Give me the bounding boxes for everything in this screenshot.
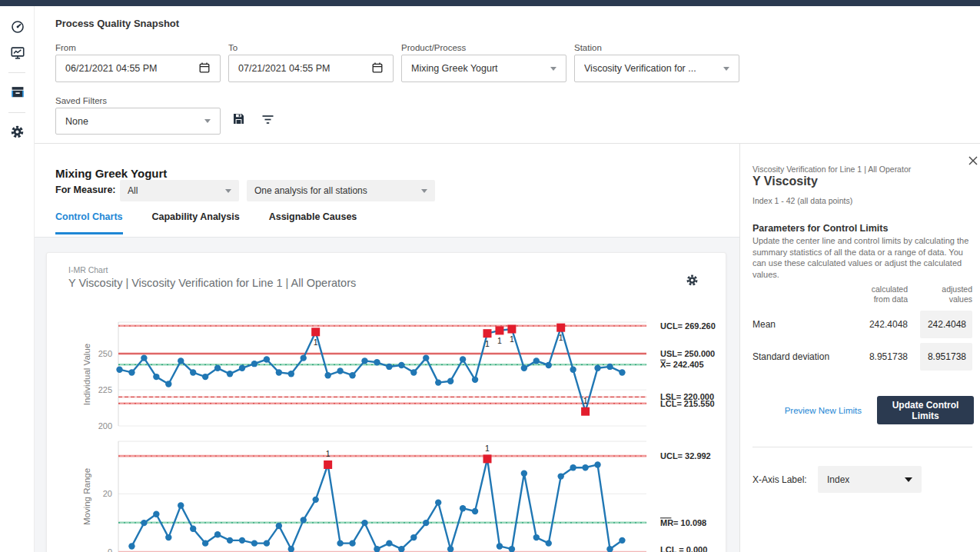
sidebar-item-settings[interactable] bbox=[0, 120, 35, 146]
sidebar-divider bbox=[8, 112, 25, 113]
save-filter-button[interactable] bbox=[231, 112, 246, 128]
mean-calculated-value: 242.4048 bbox=[831, 319, 908, 330]
svg-text:X= 242.405: X= 242.405 bbox=[660, 360, 704, 369]
control-limits-panel: Viscosity Verification for Line 1 | All … bbox=[739, 144, 980, 552]
close-icon bbox=[968, 155, 978, 168]
svg-text:USL= 250.000: USL= 250.000 bbox=[660, 349, 715, 358]
preview-new-limits-link[interactable]: Preview New Limits bbox=[780, 405, 866, 416]
chevron-down-icon bbox=[723, 67, 729, 71]
stddev-calculated-value: 8.951738 bbox=[831, 351, 908, 362]
panel-subtitle: Viscosity Verification for Line 1 | All … bbox=[752, 165, 911, 174]
measure-dropdown[interactable]: All bbox=[120, 180, 239, 201]
sidebar-item-data-archive-active[interactable] bbox=[0, 80, 35, 106]
gauge-icon bbox=[11, 20, 25, 36]
to-calendar-button[interactable] bbox=[370, 62, 384, 75]
filter-button[interactable] bbox=[260, 113, 275, 128]
panel-divider bbox=[752, 447, 972, 447]
tab-assignable-causes[interactable]: Assignable Causes bbox=[269, 211, 357, 234]
measure-value: All bbox=[128, 185, 225, 196]
params-title: Parameters for Control Limits bbox=[752, 223, 888, 234]
svg-text:Individual Value: Individual Value bbox=[82, 344, 91, 405]
svg-text:LCL= 215.550: LCL= 215.550 bbox=[660, 399, 715, 408]
svg-text:20: 20 bbox=[103, 489, 112, 498]
station-dropdown[interactable]: Viscosity Verification for ... bbox=[574, 55, 739, 82]
from-calendar-button[interactable] bbox=[198, 62, 211, 75]
calendar-icon bbox=[372, 62, 383, 75]
monitor-chart-icon bbox=[11, 46, 25, 62]
svg-text:200: 200 bbox=[98, 421, 112, 431]
tab-control-charts[interactable]: Control Charts bbox=[55, 211, 123, 234]
product-process-value: Mixing Greek Yogurt bbox=[411, 63, 550, 74]
stddev-adjusted-input[interactable] bbox=[920, 343, 972, 371]
main-content: Mixing Greek Yogurt For Measure: All One… bbox=[35, 144, 739, 552]
gear-icon bbox=[10, 125, 25, 141]
svg-text:1: 1 bbox=[583, 396, 588, 405]
sidebar-item-dashboard[interactable] bbox=[0, 15, 35, 41]
svg-text:LCL = 0.000: LCL = 0.000 bbox=[660, 545, 707, 552]
chevron-down-icon bbox=[204, 119, 211, 123]
tab-bar: Control Charts Capability Analysis Assig… bbox=[55, 211, 357, 234]
params-description: Update the center line and control limit… bbox=[752, 235, 974, 280]
panel-actions: Preview New Limits Update Control Limits bbox=[740, 396, 974, 424]
product-process-label: Product/Process bbox=[401, 43, 466, 52]
from-label: From bbox=[55, 43, 76, 52]
chart-title: Y Viscosity | Viscosity Verification for… bbox=[68, 277, 356, 289]
svg-text:1: 1 bbox=[497, 336, 502, 345]
xaxis-dropdown[interactable]: Index bbox=[818, 466, 922, 493]
to-label: To bbox=[228, 43, 238, 52]
saved-filters-value: None bbox=[65, 116, 204, 127]
svg-text:Moving Range: Moving Range bbox=[82, 468, 91, 525]
svg-text:UCL= 32.992: UCL= 32.992 bbox=[660, 451, 711, 461]
sidebar-divider bbox=[8, 72, 25, 73]
station-value: Viscosity Verification for ... bbox=[584, 63, 723, 74]
svg-text:1: 1 bbox=[314, 338, 318, 347]
app-window: Process Quality Snapshot From To Product… bbox=[0, 0, 980, 552]
for-measure-label: For Measure: bbox=[55, 185, 116, 195]
svg-text:1: 1 bbox=[485, 444, 490, 453]
chevron-down-icon bbox=[550, 67, 556, 71]
tab-capability-analysis[interactable]: Capability Analysis bbox=[152, 211, 240, 234]
chart-settings-button[interactable] bbox=[683, 273, 700, 290]
gear-icon bbox=[686, 274, 699, 289]
analysis-mode-value: One analysis for all stations bbox=[254, 185, 421, 196]
analysis-mode-dropdown[interactable]: One analysis for all stations bbox=[247, 180, 435, 201]
svg-text:250: 250 bbox=[98, 349, 112, 358]
top-bar bbox=[0, 0, 980, 6]
xaxis-value: Index bbox=[827, 474, 905, 485]
chart-type-label: I-MR Chart bbox=[68, 265, 108, 274]
chevron-down-icon bbox=[905, 477, 912, 482]
svg-text:1: 1 bbox=[485, 339, 490, 348]
from-date-input[interactable] bbox=[55, 55, 221, 82]
panel-title: Y Viscosity bbox=[752, 175, 818, 188]
saved-filters-dropdown[interactable]: None bbox=[55, 108, 221, 135]
calculated-column-header: calculated from data bbox=[854, 284, 908, 304]
chevron-down-icon bbox=[421, 189, 427, 193]
product-process-dropdown[interactable]: Mixing Greek Yogurt bbox=[401, 55, 566, 82]
svg-text:1: 1 bbox=[326, 449, 331, 458]
archive-icon bbox=[11, 85, 25, 101]
panel-close-button[interactable] bbox=[966, 155, 980, 168]
saved-filters-label: Saved Filters bbox=[55, 96, 107, 105]
filter-bar: Process Quality Snapshot From To Product… bbox=[35, 6, 980, 143]
stddev-row-label: Standard deviation bbox=[752, 351, 829, 362]
imr-chart-card: I-MR Chart Y Viscosity | Viscosity Verif… bbox=[46, 252, 726, 552]
calendar-icon bbox=[199, 62, 210, 75]
chart-canvas-area: I-MR Chart Y Viscosity | Viscosity Verif… bbox=[35, 238, 739, 552]
station-label: Station bbox=[574, 43, 602, 52]
svg-text:225: 225 bbox=[98, 385, 112, 394]
adjusted-column-header: adjusted values bbox=[919, 284, 972, 304]
svg-text:0: 0 bbox=[108, 547, 112, 552]
sidebar-item-process-monitoring[interactable] bbox=[0, 41, 35, 67]
moving-range-chart: 200Moving RangeUCL= 32.992MR= 10.098LCL … bbox=[47, 440, 727, 552]
individual-value-chart: 250225200Individual ValueUCL= 269.260USL… bbox=[47, 313, 727, 440]
to-date-input[interactable] bbox=[228, 55, 394, 82]
svg-text:1: 1 bbox=[510, 334, 514, 344]
filter-icon bbox=[261, 113, 274, 128]
xaxis-label: X-Axis Label: bbox=[752, 474, 807, 485]
mean-adjusted-input[interactable] bbox=[920, 311, 972, 338]
mean-row-label: Mean bbox=[752, 319, 776, 330]
save-icon bbox=[232, 112, 245, 128]
update-control-limits-button[interactable]: Update Control Limits bbox=[877, 396, 974, 424]
panel-index-range: Index 1 - 42 (all data points) bbox=[752, 196, 852, 205]
section-title: Mixing Greek Yogurt bbox=[55, 167, 167, 180]
